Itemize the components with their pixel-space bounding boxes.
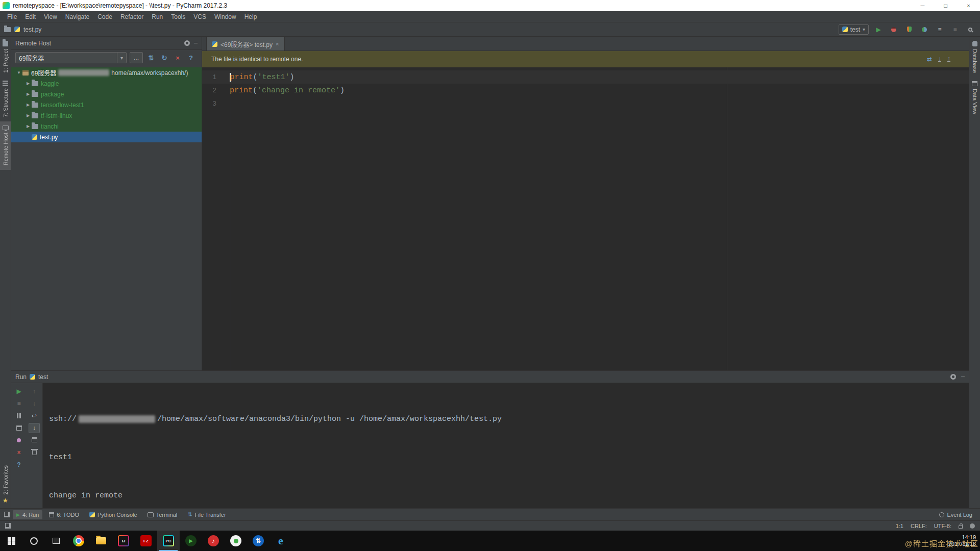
sidebar-item-database[interactable]: Database [969,37,980,77]
menu-view[interactable]: View [40,13,61,20]
stop-button[interactable]: ■ [949,24,961,35]
upload-icon[interactable]: ↑ [947,56,950,62]
debug-button[interactable] [888,24,899,35]
expand-arrow-icon[interactable]: ▶ [24,103,32,107]
expand-arrow-icon[interactable]: ▶ [24,113,32,118]
toolbar-item-python-console[interactable]: Python Console [86,510,141,519]
edit-configurations-button[interactable]: ≡ [934,24,945,35]
server-select[interactable]: 69服务器 ▾ [15,52,127,63]
run-console[interactable]: ssh:///home/amax/software/anaconda3/bin/… [43,383,969,508]
code-line-1[interactable]: 1 print('test1') [202,70,969,84]
menu-edit[interactable]: Edit [21,13,40,20]
rerun-button[interactable]: ▶ [13,386,24,396]
menu-help[interactable]: Help [240,13,261,20]
expand-arrow-icon[interactable]: ▶ [24,124,32,129]
menu-window[interactable]: Window [210,13,240,20]
clear-all-button[interactable] [29,447,40,458]
run-button[interactable]: ▶ [873,24,884,35]
collapse-arrow-icon[interactable]: ▼ [15,70,22,75]
red-app-button[interactable]: ♪ [202,531,225,551]
pycharm-app-button[interactable]: PC [157,531,180,551]
print-button[interactable] [29,435,40,445]
tool-window-quick-access-icon[interactable] [4,512,10,517]
refresh-button[interactable]: ↻ [159,53,169,63]
sidebar-item-project[interactable]: 1: Project [0,37,11,77]
code-line-3[interactable]: 3 [202,97,969,110]
hide-panel-icon[interactable]: ─ [194,40,198,46]
toolbar-item-file-transfer[interactable]: ⇅ File Transfer [184,510,229,519]
hide-panel-icon[interactable]: ─ [961,374,965,380]
tree-row-file-selected[interactable]: test.py [11,132,202,142]
scroll-to-end-button[interactable]: ↓ [29,423,40,433]
cancel-button[interactable]: × [173,53,183,63]
help-button[interactable]: ? [13,460,24,470]
expand-arrow-icon[interactable]: ▶ [24,81,32,86]
chevron-down-icon[interactable]: ▾ [117,53,126,63]
expand-arrow-icon[interactable]: ▶ [24,92,32,96]
green-app-button[interactable]: ▶ [180,531,202,551]
profile-button[interactable] [919,24,930,35]
code-line-2[interactable]: 2 print('change in remote') [202,84,969,97]
pause-output-button[interactable] [13,411,24,421]
tree-row-folder[interactable]: ▶ kaggle [11,78,202,89]
stop-button[interactable]: ■ [13,398,24,409]
download-icon[interactable]: ↓ [938,56,941,62]
help-button[interactable]: ? [186,53,196,63]
toolbar-item-run[interactable]: ▶ 4: Run [13,510,42,519]
tree-row-folder[interactable]: ▶ package [11,89,202,99]
minimize-button[interactable]: ─ [911,0,934,11]
white-app-button[interactable] [225,531,247,551]
edge-app-button[interactable]: e [270,531,292,551]
run-config-combo[interactable]: test ▾ [839,24,869,35]
caret-position[interactable]: 1:1 [896,523,903,529]
gear-icon[interactable] [950,374,956,380]
file-encoding[interactable]: UTF-8: [934,523,951,529]
menu-tools[interactable]: Tools [167,13,189,20]
tree-row-folder[interactable]: ▶ tianchi [11,121,202,132]
restore-layout-button[interactable] [13,423,24,433]
blue-app-button[interactable]: ⇅ [247,531,270,551]
idea-app-button[interactable]: IJ [112,531,135,551]
start-button[interactable] [0,531,22,551]
editor-tab[interactable]: <69服务器> test.py × [206,37,285,51]
menu-file[interactable]: File [3,13,21,20]
sidebar-item-structure[interactable]: 7: Structure [0,77,11,121]
browse-button[interactable]: ... [130,52,143,63]
tree-row-folder[interactable]: ▶ tf-lstm-linux [11,110,202,121]
project-folder-icon[interactable] [4,27,11,32]
inspection-profile-icon[interactable] [970,523,975,529]
search-everywhere-button[interactable] [965,24,976,35]
toolbar-item-event-log[interactable]: Event Log [936,510,976,519]
toolbar-item-todo[interactable]: 6: TODO [45,510,83,519]
toggle-tool-buttons-icon[interactable] [5,523,11,529]
maximize-button[interactable]: □ [934,0,957,11]
up-stack-trace-button[interactable]: ↑ [29,386,40,396]
toolbar-item-terminal[interactable]: Terminal [144,510,181,519]
sidebar-item-remote-host[interactable]: Remote Host [0,121,11,169]
soft-wrap-button[interactable]: ↩ [29,411,40,421]
gear-icon[interactable] [184,40,190,46]
close-tab-button[interactable]: × [13,447,24,458]
menu-navigate[interactable]: Navigate [61,13,93,20]
line-separator[interactable]: CRLF: [911,523,927,529]
run-with-coverage-button[interactable] [903,24,915,35]
chrome-app-button[interactable] [67,531,90,551]
sidebar-item-data-view[interactable]: Data View [969,77,980,118]
down-stack-trace-button[interactable]: ↓ [29,398,40,409]
tab-close-icon[interactable]: × [276,41,279,47]
menu-code[interactable]: Code [93,13,116,20]
task-view-button[interactable] [45,531,67,551]
tree-row-folder[interactable]: ▶ tensorflow-test1 [11,99,202,110]
pin-tab-button[interactable] [13,435,24,445]
filezilla-app-button[interactable]: FZ [135,531,157,551]
cortana-button[interactable] [22,531,45,551]
readonly-lock-icon[interactable] [959,525,963,529]
close-button[interactable]: × [957,0,980,11]
breadcrumb-file[interactable]: test.py [23,26,41,33]
sync-button[interactable]: ⇅ [146,53,156,63]
tree-row-server-root[interactable]: ▼ 69服务器 home/amax/workspacexhh/) [11,67,202,78]
compare-remote-icon[interactable]: ⇄ [927,56,932,63]
file-explorer-button[interactable] [90,531,112,551]
menu-vcs[interactable]: VCS [189,13,210,20]
menu-run[interactable]: Run [148,13,167,20]
